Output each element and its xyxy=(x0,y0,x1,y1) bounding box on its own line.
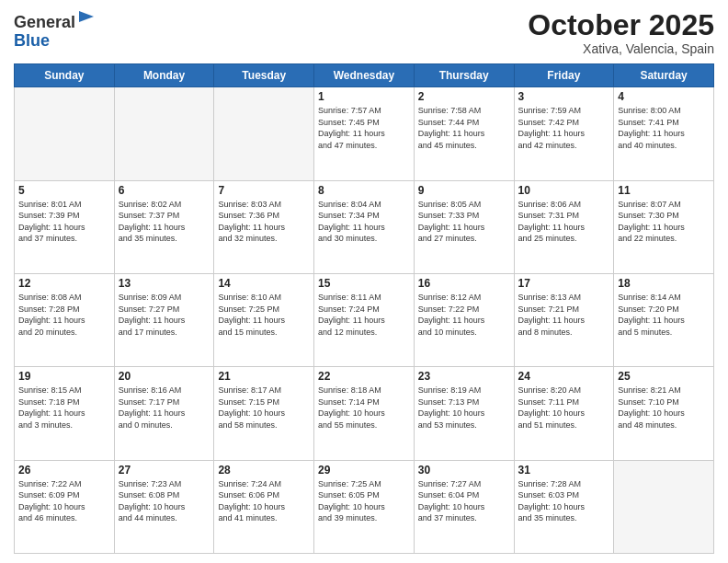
logo-blue: Blue xyxy=(14,31,50,50)
cell-info: Sunrise: 8:19 AM Sunset: 7:13 PM Dayligh… xyxy=(418,385,510,431)
day-number: 7 xyxy=(218,184,310,197)
cal-cell-2: 2Sunrise: 7:58 AM Sunset: 7:44 PM Daylig… xyxy=(414,87,514,180)
cal-cell-8: 8Sunrise: 8:04 AM Sunset: 7:34 PM Daylig… xyxy=(314,180,415,273)
cal-cell-22: 22Sunrise: 8:18 AM Sunset: 7:14 PM Dayli… xyxy=(314,367,415,460)
day-number: 6 xyxy=(119,184,210,197)
week-row-3: 19Sunrise: 8:15 AM Sunset: 7:18 PM Dayli… xyxy=(15,367,714,460)
cell-info: Sunrise: 8:15 AM Sunset: 7:18 PM Dayligh… xyxy=(18,385,110,431)
cal-cell-6: 6Sunrise: 8:02 AM Sunset: 7:37 PM Daylig… xyxy=(114,180,214,273)
day-number: 4 xyxy=(618,90,710,103)
cell-info: Sunrise: 7:28 AM Sunset: 6:03 PM Dayligh… xyxy=(518,478,610,524)
svg-marker-0 xyxy=(79,11,94,22)
logo-text: General Blue xyxy=(14,9,96,51)
cell-info: Sunrise: 7:27 AM Sunset: 6:04 PM Dayligh… xyxy=(418,478,510,524)
cell-info: Sunrise: 8:13 AM Sunset: 7:21 PM Dayligh… xyxy=(518,292,610,338)
cal-cell-13: 13Sunrise: 8:09 AM Sunset: 7:27 PM Dayli… xyxy=(114,273,214,366)
cal-cell-24: 24Sunrise: 8:20 AM Sunset: 7:11 PM Dayli… xyxy=(514,367,614,460)
cal-cell-3: 3Sunrise: 7:59 AM Sunset: 7:42 PM Daylig… xyxy=(514,87,614,180)
cell-info: Sunrise: 8:10 AM Sunset: 7:25 PM Dayligh… xyxy=(218,292,310,338)
cal-cell-1: 1Sunrise: 7:57 AM Sunset: 7:45 PM Daylig… xyxy=(314,87,415,180)
cal-cell-21: 21Sunrise: 8:17 AM Sunset: 7:15 PM Dayli… xyxy=(214,367,314,460)
calendar-table: SundayMondayTuesdayWednesdayThursdayFrid… xyxy=(14,63,714,554)
cal-cell-empty-0-2 xyxy=(214,87,314,180)
cal-cell-14: 14Sunrise: 8:10 AM Sunset: 7:25 PM Dayli… xyxy=(214,273,314,366)
day-number: 10 xyxy=(518,184,610,197)
week-row-1: 5Sunrise: 8:01 AM Sunset: 7:39 PM Daylig… xyxy=(15,180,714,273)
day-number: 3 xyxy=(518,90,610,103)
day-number: 20 xyxy=(119,370,210,383)
cal-cell-12: 12Sunrise: 8:08 AM Sunset: 7:28 PM Dayli… xyxy=(15,273,115,366)
day-header-thursday: Thursday xyxy=(414,64,514,87)
day-number: 5 xyxy=(18,184,110,197)
day-number: 9 xyxy=(418,184,510,197)
day-number: 26 xyxy=(18,464,110,477)
cal-cell-28: 28Sunrise: 7:24 AM Sunset: 6:06 PM Dayli… xyxy=(214,460,314,553)
cal-cell-empty-4-6 xyxy=(614,460,714,553)
calendar-header-row: SundayMondayTuesdayWednesdayThursdayFrid… xyxy=(15,64,714,87)
cell-info: Sunrise: 8:03 AM Sunset: 7:36 PM Dayligh… xyxy=(218,199,310,245)
cell-info: Sunrise: 7:59 AM Sunset: 7:42 PM Dayligh… xyxy=(518,105,610,151)
day-number: 23 xyxy=(418,370,510,383)
day-number: 15 xyxy=(318,277,410,290)
week-row-0: 1Sunrise: 7:57 AM Sunset: 7:45 PM Daylig… xyxy=(15,87,714,180)
week-row-2: 12Sunrise: 8:08 AM Sunset: 7:28 PM Dayli… xyxy=(15,273,714,366)
cal-cell-10: 10Sunrise: 8:06 AM Sunset: 7:31 PM Dayli… xyxy=(514,180,614,273)
cal-cell-empty-0-1 xyxy=(114,87,214,180)
day-number: 12 xyxy=(18,277,110,290)
cal-cell-25: 25Sunrise: 8:21 AM Sunset: 7:10 PM Dayli… xyxy=(614,367,714,460)
logo-flag-icon xyxy=(77,9,96,28)
cell-info: Sunrise: 8:12 AM Sunset: 7:22 PM Dayligh… xyxy=(418,292,510,338)
cal-cell-30: 30Sunrise: 7:27 AM Sunset: 6:04 PM Dayli… xyxy=(414,460,514,553)
day-number: 13 xyxy=(119,277,210,290)
cal-cell-18: 18Sunrise: 8:14 AM Sunset: 7:20 PM Dayli… xyxy=(614,273,714,366)
day-number: 21 xyxy=(218,370,310,383)
day-number: 27 xyxy=(119,464,210,477)
day-header-tuesday: Tuesday xyxy=(214,64,314,87)
day-header-saturday: Saturday xyxy=(614,64,714,87)
cell-info: Sunrise: 8:06 AM Sunset: 7:31 PM Dayligh… xyxy=(518,199,610,245)
cell-info: Sunrise: 8:14 AM Sunset: 7:20 PM Dayligh… xyxy=(618,292,710,338)
cell-info: Sunrise: 7:58 AM Sunset: 7:44 PM Dayligh… xyxy=(418,105,510,151)
cal-cell-20: 20Sunrise: 8:16 AM Sunset: 7:17 PM Dayli… xyxy=(114,367,214,460)
day-number: 24 xyxy=(518,370,610,383)
cell-info: Sunrise: 8:21 AM Sunset: 7:10 PM Dayligh… xyxy=(618,385,710,431)
header: General Blue October 2025 Xativa, Valenc… xyxy=(14,9,714,56)
title-block: October 2025 Xativa, Valencia, Spain xyxy=(528,9,714,56)
day-number: 22 xyxy=(318,370,410,383)
cell-info: Sunrise: 7:22 AM Sunset: 6:09 PM Dayligh… xyxy=(18,478,110,524)
logo: General Blue xyxy=(14,9,96,51)
day-header-sunday: Sunday xyxy=(15,64,115,87)
cell-info: Sunrise: 8:11 AM Sunset: 7:24 PM Dayligh… xyxy=(318,292,410,338)
cal-cell-11: 11Sunrise: 8:07 AM Sunset: 7:30 PM Dayli… xyxy=(614,180,714,273)
cell-info: Sunrise: 7:25 AM Sunset: 6:05 PM Dayligh… xyxy=(318,478,410,524)
cell-info: Sunrise: 8:20 AM Sunset: 7:11 PM Dayligh… xyxy=(518,385,610,431)
month-title: October 2025 xyxy=(528,9,714,41)
cell-info: Sunrise: 7:57 AM Sunset: 7:45 PM Dayligh… xyxy=(318,105,410,151)
day-number: 11 xyxy=(618,184,710,197)
cell-info: Sunrise: 8:17 AM Sunset: 7:15 PM Dayligh… xyxy=(218,385,310,431)
day-number: 31 xyxy=(518,464,610,477)
cell-info: Sunrise: 8:00 AM Sunset: 7:41 PM Dayligh… xyxy=(618,105,710,151)
cal-cell-7: 7Sunrise: 8:03 AM Sunset: 7:36 PM Daylig… xyxy=(214,180,314,273)
cal-cell-4: 4Sunrise: 8:00 AM Sunset: 7:41 PM Daylig… xyxy=(614,87,714,180)
cell-info: Sunrise: 8:05 AM Sunset: 7:33 PM Dayligh… xyxy=(418,199,510,245)
day-number: 19 xyxy=(18,370,110,383)
logo-general: General xyxy=(14,13,75,31)
day-number: 8 xyxy=(318,184,410,197)
cal-cell-29: 29Sunrise: 7:25 AM Sunset: 6:05 PM Dayli… xyxy=(314,460,415,553)
cell-info: Sunrise: 7:24 AM Sunset: 6:06 PM Dayligh… xyxy=(218,478,310,524)
day-number: 25 xyxy=(618,370,710,383)
calendar-body: 1Sunrise: 7:57 AM Sunset: 7:45 PM Daylig… xyxy=(15,87,714,554)
cal-cell-19: 19Sunrise: 8:15 AM Sunset: 7:18 PM Dayli… xyxy=(15,367,115,460)
day-header-wednesday: Wednesday xyxy=(314,64,415,87)
day-number: 28 xyxy=(218,464,310,477)
cell-info: Sunrise: 8:07 AM Sunset: 7:30 PM Dayligh… xyxy=(618,199,710,245)
cal-cell-23: 23Sunrise: 8:19 AM Sunset: 7:13 PM Dayli… xyxy=(414,367,514,460)
day-number: 16 xyxy=(418,277,510,290)
cell-info: Sunrise: 8:08 AM Sunset: 7:28 PM Dayligh… xyxy=(18,292,110,338)
day-number: 14 xyxy=(218,277,310,290)
day-number: 30 xyxy=(418,464,510,477)
cell-info: Sunrise: 8:09 AM Sunset: 7:27 PM Dayligh… xyxy=(119,292,210,338)
cell-info: Sunrise: 8:04 AM Sunset: 7:34 PM Dayligh… xyxy=(318,199,410,245)
day-header-monday: Monday xyxy=(114,64,214,87)
